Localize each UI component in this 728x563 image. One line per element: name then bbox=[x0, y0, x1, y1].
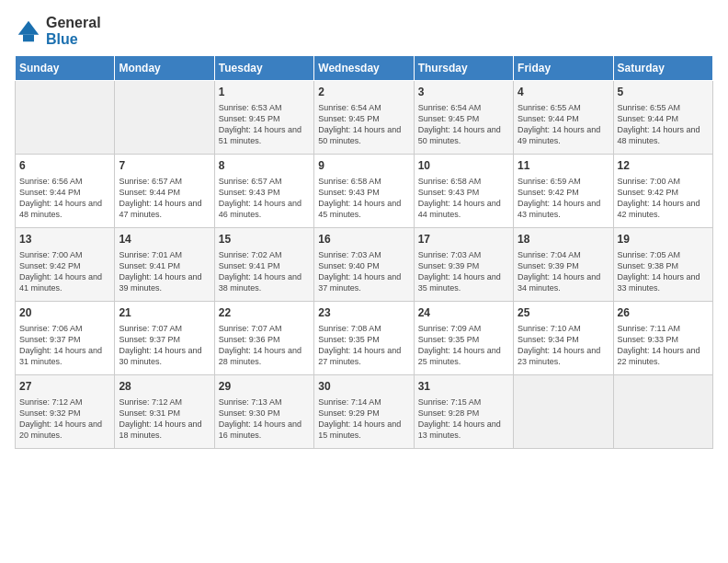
day-number: 20 bbox=[19, 305, 110, 321]
cell-info: Sunrise: 6:55 AMSunset: 9:44 PMDaylight:… bbox=[518, 102, 609, 147]
weekday-header: Thursday bbox=[414, 56, 513, 81]
calendar-cell: 18Sunrise: 7:04 AMSunset: 9:39 PMDayligh… bbox=[514, 228, 613, 302]
svg-rect-1 bbox=[23, 35, 34, 42]
cell-info: Sunrise: 7:09 AMSunset: 9:35 PMDaylight:… bbox=[418, 323, 509, 368]
cell-info: Sunrise: 7:04 AMSunset: 9:39 PMDaylight:… bbox=[518, 249, 609, 294]
day-number: 14 bbox=[119, 232, 210, 247]
logo-text: General Blue bbox=[46, 15, 101, 48]
calendar-cell: 4Sunrise: 6:55 AMSunset: 9:44 PMDaylight… bbox=[514, 81, 613, 155]
weekday-header: Monday bbox=[115, 56, 214, 81]
calendar-cell: 26Sunrise: 7:11 AMSunset: 9:33 PMDayligh… bbox=[613, 302, 712, 375]
day-number: 8 bbox=[219, 158, 310, 174]
day-number: 23 bbox=[318, 305, 409, 321]
calendar-cell: 25Sunrise: 7:10 AMSunset: 9:34 PMDayligh… bbox=[514, 302, 613, 375]
cell-info: Sunrise: 6:54 AMSunset: 9:45 PMDaylight:… bbox=[318, 102, 409, 147]
cell-info: Sunrise: 6:56 AMSunset: 9:44 PMDaylight:… bbox=[19, 176, 110, 221]
day-number: 21 bbox=[119, 305, 210, 321]
calendar-week-row: 1Sunrise: 6:53 AMSunset: 9:45 PMDaylight… bbox=[16, 81, 713, 155]
cell-info: Sunrise: 6:54 AMSunset: 9:45 PMDaylight:… bbox=[418, 102, 509, 147]
calendar-week-row: 20Sunrise: 7:06 AMSunset: 9:37 PMDayligh… bbox=[16, 302, 713, 375]
day-number: 9 bbox=[318, 158, 409, 174]
day-number: 6 bbox=[19, 158, 110, 174]
svg-marker-0 bbox=[18, 21, 40, 35]
page-header: General Blue bbox=[15, 15, 713, 48]
calendar-cell: 16Sunrise: 7:03 AMSunset: 9:40 PMDayligh… bbox=[314, 228, 414, 302]
day-number: 18 bbox=[518, 232, 609, 247]
cell-info: Sunrise: 7:05 AMSunset: 9:38 PMDaylight:… bbox=[618, 249, 709, 294]
cell-info: Sunrise: 7:07 AMSunset: 9:36 PMDaylight:… bbox=[219, 323, 310, 368]
cell-info: Sunrise: 7:03 AMSunset: 9:39 PMDaylight:… bbox=[418, 249, 509, 294]
day-number: 25 bbox=[518, 305, 609, 321]
cell-info: Sunrise: 7:00 AMSunset: 9:42 PMDaylight:… bbox=[618, 176, 709, 221]
calendar-cell: 7Sunrise: 6:57 AMSunset: 9:44 PMDaylight… bbox=[115, 155, 214, 228]
calendar-cell: 6Sunrise: 6:56 AMSunset: 9:44 PMDaylight… bbox=[16, 155, 115, 228]
calendar-cell: 12Sunrise: 7:00 AMSunset: 9:42 PMDayligh… bbox=[613, 155, 712, 228]
calendar-cell: 31Sunrise: 7:15 AMSunset: 9:28 PMDayligh… bbox=[414, 375, 513, 449]
calendar-cell: 19Sunrise: 7:05 AMSunset: 9:38 PMDayligh… bbox=[613, 228, 712, 302]
cell-info: Sunrise: 7:07 AMSunset: 9:37 PMDaylight:… bbox=[119, 323, 210, 368]
cell-info: Sunrise: 7:12 AMSunset: 9:31 PMDaylight:… bbox=[119, 396, 210, 442]
day-number: 24 bbox=[418, 305, 509, 321]
cell-info: Sunrise: 7:15 AMSunset: 9:28 PMDaylight:… bbox=[418, 396, 509, 442]
calendar-cell: 5Sunrise: 6:55 AMSunset: 9:44 PMDaylight… bbox=[613, 81, 712, 155]
cell-info: Sunrise: 7:08 AMSunset: 9:35 PMDaylight:… bbox=[318, 323, 409, 368]
cell-info: Sunrise: 7:10 AMSunset: 9:34 PMDaylight:… bbox=[518, 323, 609, 368]
cell-info: Sunrise: 6:57 AMSunset: 9:43 PMDaylight:… bbox=[219, 176, 310, 221]
calendar-cell: 2Sunrise: 6:54 AMSunset: 9:45 PMDaylight… bbox=[314, 81, 414, 155]
calendar-cell: 30Sunrise: 7:14 AMSunset: 9:29 PMDayligh… bbox=[314, 375, 414, 449]
cell-info: Sunrise: 7:14 AMSunset: 9:29 PMDaylight:… bbox=[318, 396, 409, 442]
cell-info: Sunrise: 7:11 AMSunset: 9:33 PMDaylight:… bbox=[618, 323, 709, 368]
day-number: 3 bbox=[418, 85, 509, 100]
day-number: 12 bbox=[618, 158, 709, 174]
cell-info: Sunrise: 7:01 AMSunset: 9:41 PMDaylight:… bbox=[119, 249, 210, 294]
weekday-header: Wednesday bbox=[314, 56, 414, 81]
cell-info: Sunrise: 6:58 AMSunset: 9:43 PMDaylight:… bbox=[318, 176, 409, 221]
calendar-week-row: 13Sunrise: 7:00 AMSunset: 9:42 PMDayligh… bbox=[16, 228, 713, 302]
calendar-cell: 17Sunrise: 7:03 AMSunset: 9:39 PMDayligh… bbox=[414, 228, 513, 302]
cell-info: Sunrise: 6:55 AMSunset: 9:44 PMDaylight:… bbox=[618, 102, 709, 147]
calendar-cell: 1Sunrise: 6:53 AMSunset: 9:45 PMDaylight… bbox=[214, 81, 313, 155]
calendar-cell bbox=[16, 81, 115, 155]
day-number: 27 bbox=[19, 379, 110, 395]
cell-info: Sunrise: 7:06 AMSunset: 9:37 PMDaylight:… bbox=[19, 323, 110, 368]
cell-info: Sunrise: 7:02 AMSunset: 9:41 PMDaylight:… bbox=[219, 249, 310, 294]
calendar-cell bbox=[613, 375, 712, 449]
calendar-cell: 14Sunrise: 7:01 AMSunset: 9:41 PMDayligh… bbox=[115, 228, 214, 302]
calendar-week-row: 27Sunrise: 7:12 AMSunset: 9:32 PMDayligh… bbox=[16, 375, 713, 449]
cell-info: Sunrise: 7:13 AMSunset: 9:30 PMDaylight:… bbox=[219, 396, 310, 442]
day-number: 17 bbox=[418, 232, 509, 247]
day-number: 10 bbox=[418, 158, 509, 174]
calendar-cell: 3Sunrise: 6:54 AMSunset: 9:45 PMDaylight… bbox=[414, 81, 513, 155]
day-number: 1 bbox=[219, 85, 310, 100]
cell-info: Sunrise: 7:00 AMSunset: 9:42 PMDaylight:… bbox=[19, 249, 110, 294]
cell-info: Sunrise: 7:03 AMSunset: 9:40 PMDaylight:… bbox=[318, 249, 409, 294]
weekday-header: Friday bbox=[514, 56, 613, 81]
day-number: 26 bbox=[618, 305, 709, 321]
calendar-cell: 23Sunrise: 7:08 AMSunset: 9:35 PMDayligh… bbox=[314, 302, 414, 375]
calendar-cell: 13Sunrise: 7:00 AMSunset: 9:42 PMDayligh… bbox=[16, 228, 115, 302]
day-number: 7 bbox=[119, 158, 210, 174]
day-number: 5 bbox=[618, 85, 709, 100]
calendar-cell: 21Sunrise: 7:07 AMSunset: 9:37 PMDayligh… bbox=[115, 302, 214, 375]
calendar-cell: 9Sunrise: 6:58 AMSunset: 9:43 PMDaylight… bbox=[314, 155, 414, 228]
calendar-cell: 29Sunrise: 7:13 AMSunset: 9:30 PMDayligh… bbox=[214, 375, 313, 449]
day-number: 19 bbox=[618, 232, 709, 247]
day-number: 30 bbox=[318, 379, 409, 395]
calendar-cell: 27Sunrise: 7:12 AMSunset: 9:32 PMDayligh… bbox=[16, 375, 115, 449]
logo-icon bbox=[15, 17, 42, 45]
cell-info: Sunrise: 7:12 AMSunset: 9:32 PMDaylight:… bbox=[19, 396, 110, 442]
calendar-cell: 28Sunrise: 7:12 AMSunset: 9:31 PMDayligh… bbox=[115, 375, 214, 449]
calendar-cell: 15Sunrise: 7:02 AMSunset: 9:41 PMDayligh… bbox=[214, 228, 313, 302]
cell-info: Sunrise: 6:59 AMSunset: 9:42 PMDaylight:… bbox=[518, 176, 609, 221]
day-number: 28 bbox=[119, 379, 210, 395]
calendar-cell: 20Sunrise: 7:06 AMSunset: 9:37 PMDayligh… bbox=[16, 302, 115, 375]
weekday-header: Tuesday bbox=[214, 56, 313, 81]
calendar-cell: 24Sunrise: 7:09 AMSunset: 9:35 PMDayligh… bbox=[414, 302, 513, 375]
cell-info: Sunrise: 6:57 AMSunset: 9:44 PMDaylight:… bbox=[119, 176, 210, 221]
calendar-week-row: 6Sunrise: 6:56 AMSunset: 9:44 PMDaylight… bbox=[16, 155, 713, 228]
calendar-table: SundayMondayTuesdayWednesdayThursdayFrid… bbox=[15, 55, 713, 449]
calendar-cell: 8Sunrise: 6:57 AMSunset: 9:43 PMDaylight… bbox=[214, 155, 313, 228]
weekday-header: Sunday bbox=[16, 56, 115, 81]
cell-info: Sunrise: 6:58 AMSunset: 9:43 PMDaylight:… bbox=[418, 176, 509, 221]
logo: General Blue bbox=[15, 15, 101, 48]
